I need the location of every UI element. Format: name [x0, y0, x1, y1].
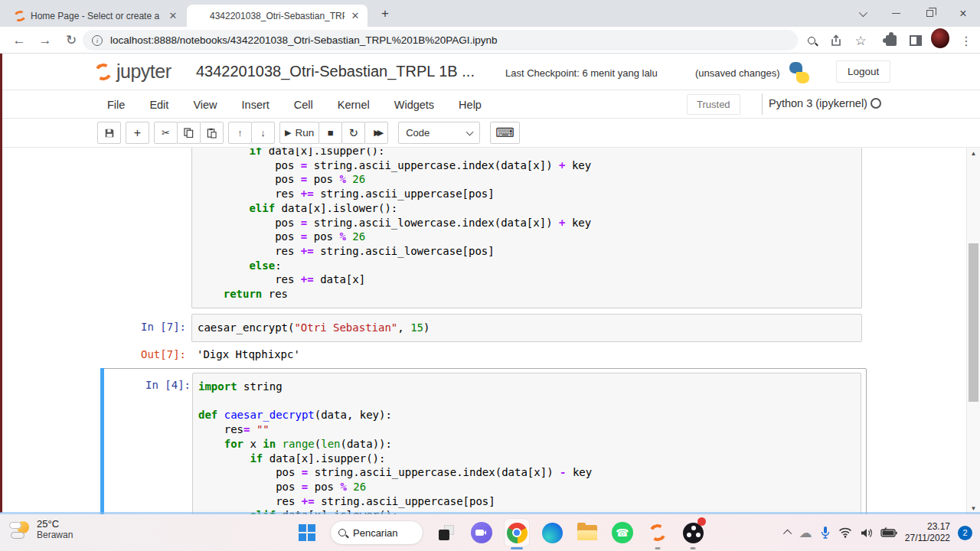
wifi-icon[interactable] [838, 527, 852, 538]
bookmark-star-icon[interactable]: ☆ [851, 32, 870, 49]
move-cell-down-button[interactable]: ↓ [251, 122, 275, 144]
interrupt-kernel-button[interactable]: ■ [318, 122, 342, 144]
hidden-icons-chevron-icon[interactable] [783, 530, 792, 538]
whatsapp-button[interactable]: ☎ [610, 519, 635, 546]
obs-button[interactable] [681, 519, 705, 546]
chrome-icon [507, 523, 528, 543]
minimize-button[interactable] [879, 0, 913, 27]
file-explorer-button[interactable] [575, 519, 599, 546]
close-button[interactable]: × [946, 0, 980, 27]
video-call-app-button[interactable] [469, 519, 494, 546]
site-info-icon[interactable]: i [92, 35, 103, 46]
reload-icon[interactable]: ↻ [61, 31, 81, 51]
microphone-icon[interactable] [820, 526, 831, 540]
screen: Home Page - Select or create a n ✕ 43422… [0, 0, 980, 551]
weather-desc: Berawan [37, 530, 73, 541]
jupyter-header: jupyter 4342201038_Otri-Sebastian_TRPL 1… [0, 54, 980, 90]
profile-avatar[interactable] [931, 30, 949, 47]
selected-code-cell[interactable]: In [4]: import stringdef caesar_decrypt(… [100, 368, 867, 514]
copy-cell-button[interactable] [177, 122, 201, 144]
search-icon [338, 529, 346, 536]
menu-view[interactable]: View [181, 99, 229, 111]
menu-widgets[interactable]: Widgets [382, 99, 446, 111]
cut-cell-button[interactable]: ✂ [154, 122, 178, 144]
jupyter-menubar: File Edit View Insert Cell Kernel Widget… [0, 90, 980, 119]
onedrive-cloud-icon[interactable]: ☁ [799, 525, 812, 541]
paste-icon [207, 128, 217, 139]
edge-button[interactable] [540, 519, 564, 546]
move-cell-up-button[interactable]: ↑ [228, 122, 252, 144]
tab-close-icon[interactable]: ✕ [167, 10, 179, 21]
browser-tab-notebook[interactable]: 4342201038_Otri-Sebastian_TRPL ✕ [187, 5, 368, 27]
new-tab-button[interactable]: + [377, 6, 394, 23]
paste-cell-button[interactable] [200, 122, 224, 144]
tab-search-icon[interactable] [845, 0, 879, 27]
scrollbar[interactable]: ▲ ▼ [966, 148, 980, 514]
scroll-up-icon[interactable]: ▲ [967, 150, 980, 157]
menu-insert[interactable]: Insert [230, 99, 282, 111]
trusted-badge[interactable]: Trusted [687, 94, 740, 115]
windows-logo-icon [299, 524, 315, 541]
weather-icon [8, 517, 32, 542]
forward-icon[interactable]: → [35, 31, 55, 51]
browser-tab-strip: Home Page - Select or create a n ✕ 43422… [0, 0, 980, 27]
save-icon [104, 128, 115, 139]
share-icon[interactable] [827, 32, 845, 49]
code-cell-input[interactable]: if data[x].isupper(): pos = string.ascii… [191, 148, 862, 308]
copy-icon [184, 128, 194, 138]
code-cell-input[interactable]: import stringdef caesar_decrypt(data, ke… [192, 373, 861, 514]
extensions-puzzle-icon[interactable] [882, 32, 900, 49]
code-cell-input[interactable]: caesar_encrypt("Otri Sebastian", 15) [191, 314, 862, 342]
taskbar-search[interactable]: Pencarian [330, 520, 423, 545]
insert-cell-button[interactable]: + [126, 122, 149, 144]
whatsapp-icon: ☎ [612, 522, 633, 543]
jupyter-app-button[interactable] [645, 519, 670, 546]
chrome-button[interactable] [505, 519, 529, 546]
scroll-down-icon[interactable]: ▼ [967, 505, 980, 512]
url-field[interactable]: i localhost:8888/notebooks/4342201038_Ot… [83, 30, 798, 51]
logout-button[interactable]: Logout [836, 60, 890, 83]
restart-run-all-button[interactable]: ▶▶ [364, 122, 388, 144]
jupyter-toolbar: + ✂ ↑ ↓ ▶Run ■ ↻ ▶▶ Code ⌨ [0, 119, 980, 148]
weather-widget[interactable]: 25°C Berawan [8, 517, 73, 542]
zoom-icon[interactable] [802, 32, 821, 49]
python-logo-icon [789, 62, 810, 83]
browser-menu-icon[interactable]: ⋮ [957, 32, 975, 49]
battery-charging-icon[interactable] [880, 527, 897, 538]
run-button[interactable]: ▶Run [279, 122, 319, 144]
kernel-idle-icon [871, 98, 881, 109]
browser-tab-home[interactable]: Home Page - Select or create a n ✕ [8, 5, 185, 27]
restore-button[interactable] [913, 0, 946, 27]
speaker-icon[interactable] [860, 527, 873, 539]
tab-title: 4342201038_Otri-Sebastian_TRPL [210, 11, 345, 21]
menu-help[interactable]: Help [446, 99, 494, 111]
checkpoint-status: Last Checkpoint: 6 menit yang lalu [505, 67, 658, 79]
menu-kernel[interactable]: Kernel [325, 99, 382, 111]
weather-temp: 25°C [37, 518, 73, 530]
task-view-button[interactable] [434, 519, 459, 546]
jupyter-logo[interactable]: jupyter [95, 60, 172, 83]
menu-cell[interactable]: Cell [282, 99, 325, 111]
search-label: Pencarian [353, 527, 398, 539]
notification-badge[interactable]: 2 [958, 526, 972, 540]
notebook-title[interactable]: 4342201038_Otri-Sebastian_TRPL 1B ... [196, 63, 475, 80]
menu-file[interactable]: File [95, 99, 137, 111]
start-button[interactable] [295, 519, 319, 546]
menu-edit[interactable]: Edit [137, 99, 181, 111]
kernel-name: Python 3 (ipykernel) [769, 97, 867, 109]
back-icon[interactable]: ← [9, 31, 29, 51]
save-button[interactable] [97, 122, 121, 144]
scrollbar-thumb[interactable] [969, 243, 978, 402]
command-palette-button[interactable]: ⌨ [490, 122, 520, 144]
browser-address-bar: ← → ↻ i localhost:8888/notebooks/4342201… [0, 27, 980, 54]
tab-close-icon[interactable]: ✕ [349, 10, 361, 21]
input-prompt: In [7]: [100, 321, 186, 333]
restart-kernel-button[interactable]: ↻ [341, 122, 365, 144]
windows-taskbar: 25°C Berawan Pencarian ☎ ☁ [0, 514, 980, 551]
screen-edge-strip [0, 54, 2, 513]
sidebar-icon[interactable] [906, 32, 925, 49]
output-prompt: Out[7]: [100, 348, 186, 360]
taskbar-clock[interactable]: 23.17 27/11/2022 [905, 521, 950, 544]
chevron-down-icon [466, 128, 474, 135]
cell-type-select[interactable]: Code [398, 122, 480, 144]
